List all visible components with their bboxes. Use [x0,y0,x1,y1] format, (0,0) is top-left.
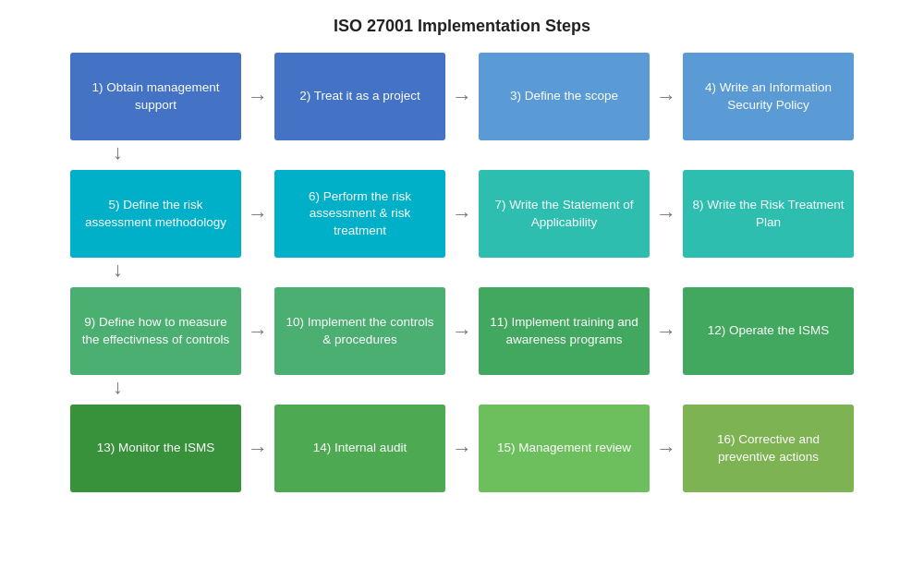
down-arrow-3: ↓ [28,375,896,405]
step-13: 13) Monitor the ISMS [70,405,241,492]
step-8: 8) Write the Risk Treatment Plan [683,170,854,258]
page-title: ISO 27001 Implementation Steps [334,17,590,36]
step-3: 3) Define the scope [479,53,650,140]
step-6: 6) Perform the risk assessment & risk tr… [274,170,445,258]
step-7: 7) Write the Statement of Applicability [479,170,650,258]
step-14: 14) Internal audit [274,405,445,492]
step-1: 1) Obtain management support [70,53,241,140]
step-4: 4) Write an Information Security Policy [683,53,854,140]
arrow-15-16: → [650,437,683,461]
step-11: 11) Implement training and awareness pro… [479,287,650,375]
arrow-5-6: → [241,202,274,226]
arrow-1-2: → [241,85,274,109]
row-2: 5) Define the risk assessment methodolog… [28,170,896,258]
row-3: 9) Define how to measure the effectivnes… [28,287,896,375]
arrow-14-15: → [445,437,479,461]
down-arrow-1: ↓ [28,140,896,170]
arrow-2-3: → [445,85,479,109]
arrow-10-11: → [445,320,479,344]
arrow-7-8: → [650,202,683,226]
arrow-6-7: → [445,202,479,226]
arrow-11-12: → [650,320,683,344]
step-5: 5) Define the risk assessment methodolog… [70,170,241,258]
step-10: 10) Implement the controls & procedures [274,287,445,375]
row-4: 13) Monitor the ISMS → 14) Internal audi… [28,405,896,492]
down-arrow-2: ↓ [28,258,896,287]
row-1: 1) Obtain management support → 2) Treat … [28,53,896,140]
diagram: 1) Obtain management support → 2) Treat … [28,53,896,492]
step-9: 9) Define how to measure the effectivnes… [70,287,241,375]
step-2: 2) Treat it as a project [274,53,445,140]
arrow-9-10: → [241,320,274,344]
arrow-3-4: → [650,85,683,109]
step-12: 12) Operate the ISMS [683,287,854,375]
arrow-13-14: → [241,437,274,461]
step-16: 16) Corrective and preventive actions [683,405,854,492]
step-15: 15) Management review [479,405,650,492]
